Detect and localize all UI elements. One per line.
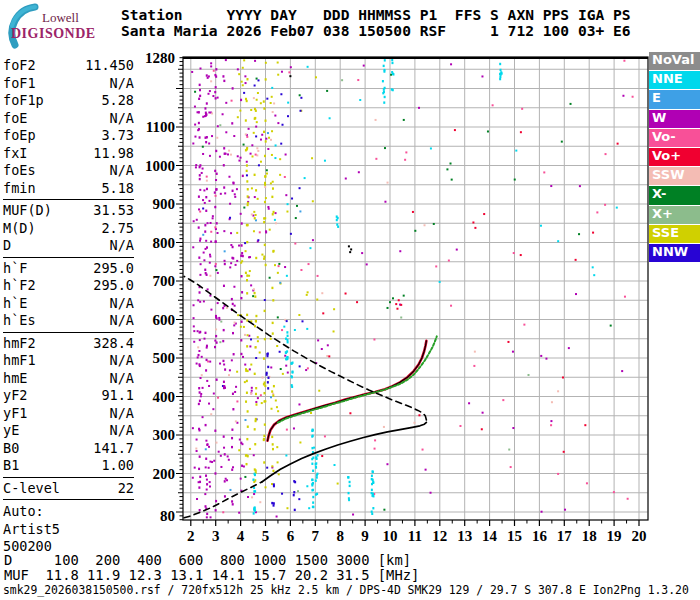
x-tick-label: 6 [287, 528, 295, 544]
muf-table-row: MUF 11.8 11.9 12.3 13.1 14.1 15.7 20.2 3… [4, 567, 419, 583]
trace-artist-fitted-trace [268, 341, 427, 441]
status-line: smk29_2026038150500.rsf / 720fx512h 25 k… [3, 583, 689, 597]
x-tick-label: 12 [432, 528, 447, 544]
x-tick-label: 10 [383, 528, 398, 544]
x-tick-label: 13 [457, 528, 472, 544]
x-tick-label: 2 [187, 528, 195, 544]
x-tick-label: 17 [557, 528, 573, 544]
echo-noise-points [191, 59, 633, 519]
y-tick-label: 300 [153, 427, 176, 443]
legend-item-NoVal: NoVal [649, 52, 700, 70]
x-tick-label: 8 [336, 528, 344, 544]
legend-item-W: W [649, 110, 700, 128]
y-tick-label: 1000 [145, 158, 175, 174]
legend-item-NNW: NNW [649, 244, 700, 262]
x-tick-label: 11 [408, 528, 422, 544]
x-tick-label: 14 [482, 528, 498, 544]
legend-item-X-: X- [649, 186, 700, 204]
x-tick-label: 4 [237, 528, 245, 544]
y-tick-label: 80 [160, 508, 175, 524]
legend-item-X+: X+ [649, 206, 700, 224]
y-tick-label: 700 [153, 273, 176, 289]
legend-item-Vo-: Vo- [649, 129, 700, 147]
x-tick-label: 16 [532, 528, 548, 544]
ionogram-plot: 2345678910111213141516171819201280110010… [0, 0, 700, 555]
x-tick-label: 18 [582, 528, 597, 544]
legend-item-E: E [649, 90, 700, 108]
y-tick-label: 1280 [145, 50, 175, 66]
legend-item-SSE: SSE [649, 225, 700, 243]
y-tick-label: 600 [153, 312, 176, 328]
y-tick-label: 500 [153, 350, 176, 366]
x-tick-label: 15 [507, 528, 522, 544]
y-tick-label: 200 [153, 466, 176, 482]
trace-o-trace-virtual-height [268, 341, 427, 441]
distance-table-row: D 100 200 400 600 800 1000 1500 3000 [km… [4, 552, 411, 568]
traces [184, 276, 437, 517]
x-tick-label: 20 [632, 528, 647, 544]
legend-item-NNE: NNE [649, 71, 700, 89]
legend-item-SSW: SSW [649, 167, 700, 185]
x-tick-label: 19 [607, 528, 622, 544]
x-tick-label: 7 [312, 528, 320, 544]
y-tick-label: 400 [153, 389, 176, 405]
x-tick-label: 9 [361, 528, 369, 544]
x-tick-label: 5 [262, 528, 270, 544]
digisonde-ionogram-viewer: Lowell DIGISONDE Station YYYY DAY DDD HH… [0, 0, 700, 600]
legend-item-Vo+: Vo+ [649, 148, 700, 166]
y-tick-label: 800 [153, 235, 176, 251]
plot-frame [183, 57, 648, 520]
trace-x-trace-virtual-height [278, 336, 437, 422]
y-tick-label: 1100 [146, 119, 175, 135]
axes: 2345678910111213141516171819201280110010… [145, 50, 647, 544]
y-tick-label: 900 [153, 196, 176, 212]
x-tick-label: 3 [212, 528, 220, 544]
echo-direction-legend: NoValNNEEWVo-Vo+SSWX-X+SSENNW [649, 52, 700, 263]
